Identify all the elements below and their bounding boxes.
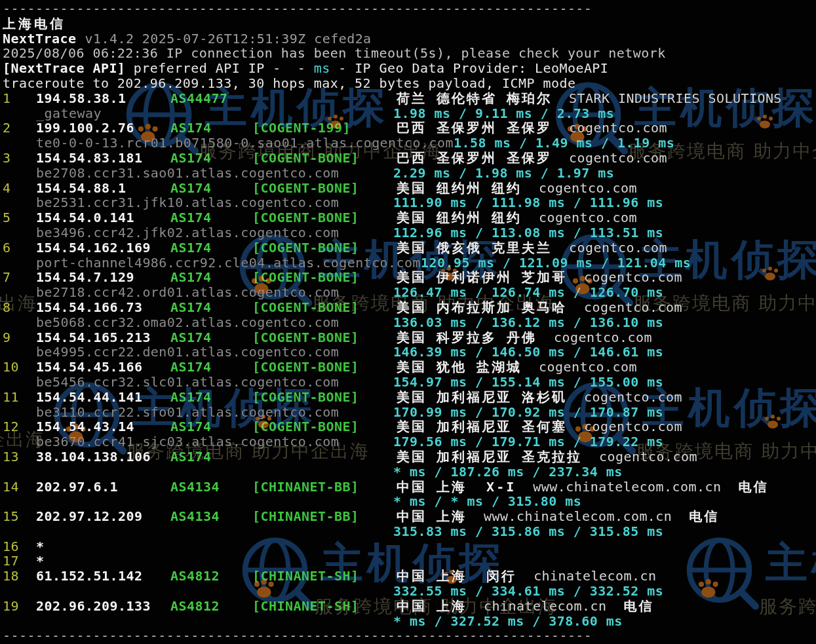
hop-detail-line: be3110.ccr22.sfo01.atlas.cogentco.com 17… <box>3 405 816 420</box>
hop-as-tag: [COGENT-BONE] <box>252 270 397 285</box>
hop-detail-line: _gateway 1.98 ms / 9.11 ms / 2.73 ms <box>3 106 816 121</box>
hop-row: 5 154.54.0.141 AS174 [COGENT-BONE] 美国 纽约… <box>3 210 816 240</box>
hop-row: 7 154.54.7.129 AS174 [COGENT-BONE] 美国 伊利… <box>3 270 816 300</box>
api-ms: ms <box>314 60 330 76</box>
hop-as-tag <box>252 554 397 569</box>
api-prefix: [NextTrace API] <box>3 60 125 76</box>
hop-row: 17 * <box>3 554 816 569</box>
hop-ip: 154.54.83.181 <box>36 151 170 166</box>
hop-asn: AS174 <box>170 270 252 285</box>
hop-hostname: be3110.ccr22.sfo01.atlas.cogentco.com <box>36 405 393 420</box>
hop-latency: 170.99 ms / 170.92 ms / 170.87 ms <box>393 405 663 420</box>
hop-latency: 179.56 ms / 179.71 ms / 179.22 ms <box>393 434 663 449</box>
hop-main-line: 3 154.54.83.181 AS174 [COGENT-BONE] 巴西 圣… <box>3 151 816 166</box>
page-title: 上海电信 <box>3 16 816 31</box>
hop-detail-line: * ms / 327.52 ms / 378.60 ms <box>3 614 816 629</box>
hop-asn: AS174 <box>170 151 252 166</box>
hop-geo-cell: 美国 加利福尼亚 洛杉矶cogentco.com <box>397 390 816 405</box>
hop-number: 2 <box>3 121 36 136</box>
hop-ip: 202.97.12.209 <box>36 509 170 524</box>
hop-number: 12 <box>3 419 36 434</box>
hop-asn: AS44477 <box>170 91 252 106</box>
hop-location: 美国 内布拉斯加 奥马哈 <box>397 299 567 315</box>
hop-location: 美国 加利福尼亚 洛杉矶 <box>397 389 567 405</box>
hop-ip: 154.54.0.141 <box>36 210 170 225</box>
version-line: NextTracev1.4.2 2025-07-26T12:51:39Z cef… <box>3 31 816 47</box>
hop-ip: 154.54.166.73 <box>36 300 170 315</box>
hop-location: 中国 上海 <box>397 598 467 614</box>
hop-row: 1 194.58.38.1 AS44477 荷兰 德伦特省 梅珀尔STARK I… <box>3 91 816 121</box>
hop-asn: AS4134 <box>170 509 252 524</box>
hop-detail-line: be2718.ccr42.ord01.atlas.cogentco.com 12… <box>3 285 816 300</box>
hop-ip: 154.54.44.141 <box>36 390 170 405</box>
hop-number: 16 <box>3 539 36 554</box>
hop-asn: AS174 <box>170 419 252 434</box>
hop-row: 9 154.54.165.213 AS174 [COGENT-BONE] 美国 … <box>3 330 816 360</box>
hop-org: cogentco.com <box>539 359 637 375</box>
hop-location: 美国 纽约州 纽约 <box>397 180 522 196</box>
hop-org: cogentco.com <box>539 210 637 225</box>
hop-latency: 146.39 ms / 146.50 ms / 146.61 ms <box>393 345 663 360</box>
hop-ip: 154.54.165.213 <box>36 330 170 345</box>
hop-org: cogentco.com <box>569 120 667 136</box>
hop-number: 14 <box>3 480 36 495</box>
hop-asn: AS174 <box>170 449 252 464</box>
hop-geo-cell: 美国 加利福尼亚 圣何塞cogentco.com <box>397 419 816 434</box>
hop-org: cogentco.com <box>584 419 682 434</box>
hop-geo-cell: 美国 加利福尼亚 圣克拉拉cogentco.com <box>397 449 816 464</box>
hop-as-tag: [CHINANET-BB] <box>252 509 397 524</box>
hop-ip: * <box>36 554 170 569</box>
hop-number: 6 <box>3 240 36 256</box>
hop-main-line: 17 * <box>3 554 816 569</box>
hop-ip: 154.54.43.14 <box>36 419 170 434</box>
hop-number: 7 <box>3 270 36 285</box>
hop-hostname: be3496.ccr42.jfk02.atlas.cogentco.com <box>36 225 393 240</box>
hop-geo-cell: 巴西 圣保罗州 圣保罗cogentco.com <box>397 121 816 136</box>
hop-org: cogentco.com <box>569 150 667 166</box>
hop-ip: 194.58.38.1 <box>36 91 170 106</box>
hop-location: 美国 加利福尼亚 圣克拉拉 <box>397 449 582 464</box>
hop-hostname: be4995.ccr22.den01.atlas.cogentco.com <box>36 345 393 360</box>
hop-detail-line: 315.83 ms / 315.86 ms / 315.85 ms <box>3 524 816 539</box>
hop-location: 中国 上海 <box>397 508 467 524</box>
traceroute-summary: traceroute to 202.96.209.133, 30 hops ma… <box>3 76 816 91</box>
hop-location: 中国 上海 X-I <box>397 479 516 495</box>
bottom-divider: ----------------------------------------… <box>3 628 816 643</box>
hop-detail-line: be3496.ccr42.jfk02.atlas.cogentco.com 11… <box>3 225 816 240</box>
hop-ip: * <box>36 539 170 554</box>
hop-number: 17 <box>3 554 36 569</box>
hop-main-line: 6 154.54.162.169 AS174 [COGENT-BONE] 美国 … <box>3 240 816 256</box>
hop-hostname <box>36 524 393 539</box>
hop-as-tag: [COGENT-199] <box>252 121 397 136</box>
hop-as-tag: [COGENT-BONE] <box>252 360 397 375</box>
hop-ip: 38.104.138.106 <box>36 449 170 464</box>
hop-latency: 120.95 ms / 121.09 ms / 121.04 ms <box>421 256 691 271</box>
hop-main-line: 1 194.58.38.1 AS44477 荷兰 德伦特省 梅珀尔STARK I… <box>3 91 816 106</box>
hop-detail-line: * ms / 187.26 ms / 237.34 ms <box>3 464 816 480</box>
hop-detail-line: 332.55 ms / 334.61 ms / 332.52 ms <box>3 584 816 599</box>
hop-hostname: port-channel4986.ccr92.cle04.atlas.cogen… <box>36 256 421 271</box>
hop-as-tag: [COGENT-BONE] <box>252 300 397 315</box>
hop-as-tag: [CHINANET-SH] <box>252 599 397 614</box>
hop-latency: 111.90 ms / 111.98 ms / 111.96 ms <box>393 195 663 210</box>
hop-geo-cell: 中国 上海 闵行chinatelecom.cn <box>397 569 816 584</box>
hop-org: chinatelecom.cn <box>484 598 606 614</box>
hop-number: 10 <box>3 360 36 375</box>
hop-carrier: 电信 <box>623 598 653 614</box>
hop-row: 16 * <box>3 539 816 554</box>
hop-location: 中国 上海 闵行 <box>397 568 516 584</box>
hop-detail-line: be4995.ccr22.den01.atlas.cogentco.com 14… <box>3 345 816 360</box>
hop-asn: AS174 <box>170 210 252 225</box>
hop-number: 3 <box>3 151 36 166</box>
hop-geo-cell: 荷兰 德伦特省 梅珀尔STARK INDUSTRIES SOLUTIONS <box>397 91 816 106</box>
hop-geo-cell: 美国 科罗拉多 丹佛cogentco.com <box>397 330 816 345</box>
hop-row: 8 154.54.166.73 AS174 [COGENT-BONE] 美国 内… <box>3 300 816 330</box>
hop-number: 8 <box>3 300 36 315</box>
hop-hostname: be2708.ccr31.sao01.atlas.cogentco.com <box>36 166 393 181</box>
hop-org: cogentco.com <box>569 240 667 256</box>
hop-as-tag <box>252 449 397 464</box>
hop-row: 4 154.54.88.1 AS174 [COGENT-BONE] 美国 纽约州… <box>3 181 816 211</box>
hop-main-line: 18 61.152.51.142 AS4812 [CHINANET-SH] 中国… <box>3 569 816 584</box>
hop-geo-cell <box>397 554 816 569</box>
hop-geo-cell: 美国 内布拉斯加 奥马哈cogentco.com <box>397 300 816 315</box>
